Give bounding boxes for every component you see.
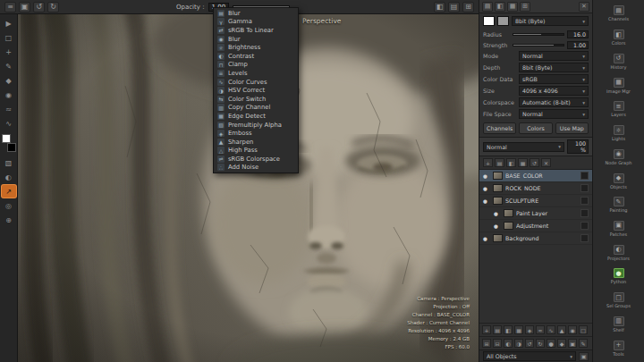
menu-item[interactable]: ⇆Color Switch [214,95,298,104]
tool-paint-icon[interactable]: ✎ [2,60,16,72]
layer-mask-thumb[interactable] [580,172,589,180]
menu-item[interactable]: ⇌sRGB Colorspace [214,155,298,164]
undo-icon[interactable]: ↺ [33,2,45,13]
radius-slider[interactable] [513,33,564,36]
grid-icon[interactable]: ⊞ [462,2,474,13]
visibility-icon[interactable]: ● [483,173,490,179]
shelf-icon[interactable]: ⊟ [493,339,502,348]
use-map-button[interactable]: Use Map [555,122,589,134]
file-space-dropdown[interactable]: Normal▾ [519,109,589,119]
layer-opacity-value[interactable]: 100 % [567,139,589,154]
shelf-icon[interactable]: ≈ [536,325,545,334]
menu-item[interactable]: ◐Contrast [214,52,298,61]
visibility-icon[interactable]: ● [483,186,490,191]
tool-gradient-icon[interactable]: ▧ [2,156,16,169]
palette-item-layers[interactable]: ≡Layers [593,97,644,122]
palette-item-channels[interactable]: ▤Channels [593,2,644,26]
shelf-icon[interactable]: ↺ [525,339,534,348]
layer-row[interactable]: ● BASE_COLOR [479,170,592,182]
layer-mask-thumb[interactable] [580,222,589,230]
channel-color-swatch[interactable] [483,16,495,26]
layer-row[interactable]: ● Background [479,232,592,245]
add-adjustment-icon[interactable]: ▦ [518,158,528,167]
menu-item[interactable]: ▧Premultiply Alpha [214,121,298,130]
strength-value[interactable]: 1.00 [567,41,589,49]
layer-row[interactable]: ● SCULPTURE [479,195,592,207]
panel-expand-icon[interactable]: ⊞ [520,2,530,12]
layer-mask-thumb[interactable] [580,197,589,205]
panel-split-icon[interactable]: ◧ [495,2,505,12]
shelf-icon[interactable]: ↻ [536,339,545,348]
add-group-icon[interactable]: ▤ [495,158,504,167]
shelf-icon[interactable]: ▲ [557,325,566,334]
channel-alt-swatch[interactable] [497,16,509,26]
menu-item[interactable]: ≡Levels [214,69,298,78]
palette-item-objects[interactable]: ◆Objects [593,169,644,193]
tool-erase-icon[interactable]: ◆ [2,74,16,87]
shelf-icon[interactable]: ◈ [525,325,534,334]
background-color-swatch[interactable] [7,143,16,152]
menu-item[interactable]: ⊓Clamp [214,61,298,70]
palette-item-node-graph[interactable]: ◉Node Graph [593,145,644,169]
shelf-icon[interactable]: ▦ [514,325,523,334]
lock-icon[interactable]: ▣ [579,352,589,361]
reset-layer-icon[interactable]: ↺ [530,158,539,167]
palette-item-selection-groups[interactable]: □Sel Groups [593,289,644,313]
viewport-camera-tab[interactable]: Perspective [302,17,341,25]
palette-item-patches[interactable]: ▣Patches [593,217,644,241]
panel-close-icon[interactable]: ✕ [579,2,589,12]
menu-item[interactable]: ∿Color Curves [214,78,298,87]
palette-item-shelf[interactable]: ▥Shelf [593,313,644,337]
layer-row[interactable]: ● Adjustment [479,220,592,232]
palette-item-lights[interactable]: ☼Lights [593,122,644,146]
bit-depth-dropdown[interactable]: 8bit (Byte) ▾ [512,16,589,26]
layout-icon[interactable]: ▤ [448,2,460,13]
shelf-icon[interactable]: ◉ [568,325,577,334]
menu-item[interactable]: ◉Blur [214,35,298,44]
shelf-icon[interactable]: ⊞ [482,339,491,348]
colors-button[interactable]: Colors [519,122,552,134]
menu-item[interactable]: ◈Emboss [214,129,298,138]
shelf-icon[interactable]: ▣ [568,339,577,348]
visibility-icon[interactable]: ● [494,211,501,216]
foreground-color-swatch[interactable] [2,134,11,143]
tool-blur-icon[interactable]: ≈ [2,103,16,115]
menu-item[interactable]: γGamma [214,18,298,27]
mode-dropdown[interactable]: Normal▾ [519,51,589,61]
tool-zoom-icon[interactable]: ◎ [2,199,16,212]
palette-item-colors[interactable]: ◧Colors [593,26,644,50]
palette-item-projectors[interactable]: ◐Projectors [593,240,644,265]
menu-item[interactable]: ▥Copy Channel [214,104,298,113]
palette-item-painting[interactable]: ✎Painting [593,193,644,217]
colorspace-dropdown[interactable]: Automatic (8-bit)▾ [519,97,589,107]
delete-layer-icon[interactable]: ✕ [541,158,551,167]
shelf-icon[interactable]: ● [547,339,555,348]
palette-item-history[interactable]: ↺History [593,49,644,73]
blend-mode-dropdown[interactable]: Normal ▾ [483,142,564,152]
layer-mask-thumb[interactable] [580,234,589,242]
strength-slider[interactable] [513,44,564,46]
redo-icon[interactable]: ↻ [47,2,59,13]
add-mask-icon[interactable]: ◧ [506,158,516,167]
palette-item-image-manager[interactable]: ▦Image Mgr [593,73,644,97]
tool-vector-icon[interactable]: ↗ [2,185,16,198]
shelf-icon[interactable]: ◐ [504,339,513,348]
menu-item[interactable]: ▦Edge Detect [214,112,298,121]
visibility-icon[interactable]: ● [483,198,490,204]
depth-dropdown[interactable]: 8bit (Byte)▾ [519,63,589,72]
tool-transform-icon[interactable]: + [2,46,16,58]
save-icon[interactable]: ▣ [19,2,30,13]
menu-item[interactable]: ▤Blur [214,9,298,18]
palette-item-python[interactable]: ●Python [593,265,644,289]
menu-item[interactable]: ▲Sharpen [214,138,298,147]
tool-smudge-icon[interactable]: ∿ [2,117,16,130]
menu-item[interactable]: ∴Add Noise [214,164,298,173]
palette-item-tools[interactable]: +Tools [593,336,644,360]
radius-value[interactable]: 16.0 [567,30,589,38]
shelf-icon[interactable]: ∿ [547,325,555,334]
shelf-icon[interactable]: □ [579,325,588,334]
add-layer-icon[interactable]: + [483,158,493,167]
tool-picker-icon[interactable]: ◐ [2,171,16,183]
object-filter-dropdown[interactable]: All Objects ▾ [483,351,576,361]
menu-item[interactable]: △High Pass [214,147,298,156]
